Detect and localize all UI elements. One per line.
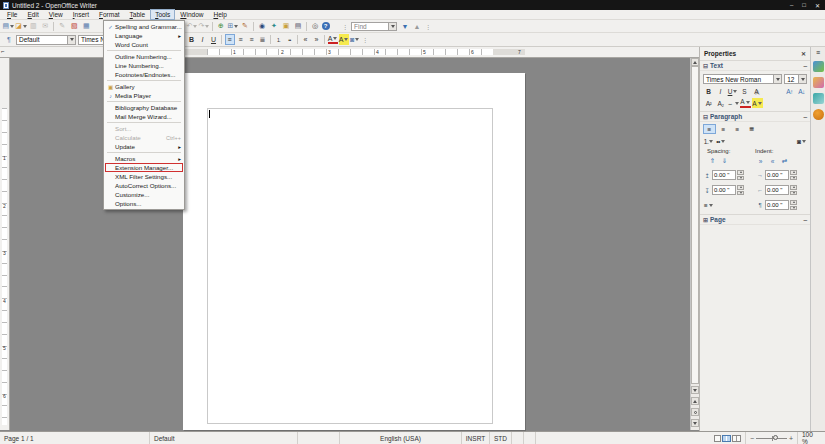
language-indicator[interactable]: English (USA) bbox=[340, 432, 462, 444]
menubar-tools[interactable]: Tools bbox=[150, 9, 175, 20]
menu-item-word-count[interactable]: Word Count bbox=[105, 40, 183, 49]
above-spacing-value[interactable]: 0.00 " bbox=[712, 170, 736, 180]
toolbar-overflow-icon[interactable]: ⋮ bbox=[362, 36, 367, 43]
properties-tab[interactable] bbox=[813, 61, 824, 72]
sb-numbered-list-button[interactable]: 1. bbox=[703, 136, 714, 146]
sb-superscript-button[interactable]: A² bbox=[703, 98, 714, 108]
zoom-out-button[interactable]: − bbox=[750, 435, 754, 442]
decrease-indent-button[interactable]: « bbox=[301, 34, 311, 45]
below-spacing-value[interactable]: 0.00 " bbox=[712, 185, 736, 195]
below-spacing-spinner[interactable]: ↧ 0.00 " bbox=[703, 185, 744, 195]
save-button[interactable]: ▥ bbox=[28, 21, 39, 32]
spinner-up-button[interactable] bbox=[790, 185, 797, 190]
draw-functions-button[interactable]: ✎ bbox=[240, 21, 251, 32]
underline-button[interactable]: U bbox=[209, 34, 219, 45]
sb-bullet-list-button[interactable]: •• bbox=[715, 136, 726, 146]
after-indent-value[interactable]: 0.00 " bbox=[765, 185, 789, 195]
line-spacing-control[interactable]: ≡ bbox=[703, 200, 714, 210]
menubar-view[interactable]: View bbox=[44, 9, 68, 20]
vertical-ruler[interactable]: 123456 bbox=[0, 58, 10, 430]
navigator-tab[interactable] bbox=[813, 93, 824, 104]
font-color-button[interactable]: A bbox=[328, 35, 338, 44]
open-button[interactable]: ◪ bbox=[15, 21, 27, 32]
menu-item-line-numbering[interactable]: Line Numbering... bbox=[105, 61, 183, 70]
spinner-up-button[interactable] bbox=[790, 200, 797, 205]
collapse-icon[interactable]: ⊟ bbox=[703, 113, 708, 120]
section-menu-icon[interactable]: ‒ bbox=[803, 216, 807, 223]
find-next-button[interactable]: ▼ bbox=[400, 21, 411, 32]
next-page-button[interactable] bbox=[691, 419, 699, 427]
undo-button[interactable]: ↶ bbox=[187, 21, 198, 32]
find-replace-button[interactable]: ◉ bbox=[257, 21, 268, 32]
find-previous-button[interactable]: ▲ bbox=[412, 21, 423, 32]
redo-button[interactable]: ↷ bbox=[199, 21, 210, 32]
sidebar-menu-icon[interactable]: ≡ bbox=[816, 49, 820, 56]
menu-item-calculate[interactable]: Calculate Ctrl++ bbox=[105, 133, 183, 142]
sb-character-spacing-button[interactable]: ⇔ bbox=[727, 98, 739, 108]
sidebar-font-name-select[interactable]: Times New Roman bbox=[703, 74, 782, 84]
help-button[interactable]: ? bbox=[322, 22, 330, 30]
edit-file-button[interactable]: ✎ bbox=[57, 21, 68, 32]
after-indent-spinner[interactable]: ← 0.00 " bbox=[756, 185, 797, 195]
sb-increase-indent-button[interactable]: » bbox=[755, 156, 766, 166]
sb-highlight-button[interactable]: A bbox=[752, 98, 763, 108]
menu-item-language[interactable]: Language ▸ bbox=[105, 31, 183, 40]
navigation-button[interactable] bbox=[691, 408, 699, 416]
above-spacing-spinner[interactable]: ↥ 0.00 " bbox=[703, 170, 744, 180]
data-sources-button[interactable]: ▤ bbox=[293, 21, 304, 32]
selection-mode-indicator[interactable]: STD bbox=[490, 432, 512, 444]
scroll-down-button[interactable] bbox=[691, 386, 699, 394]
sb-grow-font-button[interactable]: A↑ bbox=[784, 86, 795, 96]
sb-decrease-indent-button[interactable]: « bbox=[767, 156, 778, 166]
zoom-slider-track[interactable] bbox=[756, 438, 787, 439]
email-document-button[interactable]: ✉ bbox=[40, 21, 51, 32]
book-view-button[interactable] bbox=[732, 435, 741, 442]
first-line-indent-value[interactable]: 0.00 " bbox=[765, 200, 789, 210]
minimize-button[interactable]: – bbox=[790, 2, 793, 9]
insert-table-button[interactable]: ⊞ bbox=[228, 21, 239, 32]
paragraph-style-select[interactable]: Default bbox=[16, 35, 76, 45]
chevron-down-icon[interactable] bbox=[67, 36, 75, 44]
spinner-down-button[interactable] bbox=[790, 191, 797, 196]
justify-button[interactable]: ≣ bbox=[258, 34, 268, 45]
spinner-down-button[interactable] bbox=[790, 176, 797, 181]
styles-and-formatting-icon[interactable]: ¶ bbox=[4, 35, 14, 45]
align-right-button[interactable]: ≡ bbox=[247, 34, 257, 45]
scroll-up-button[interactable] bbox=[691, 58, 699, 66]
close-button[interactable]: ✕ bbox=[815, 2, 820, 9]
document-page[interactable] bbox=[183, 73, 525, 430]
new-document-button[interactable]: ▤ bbox=[3, 21, 15, 32]
sb-italic-button[interactable]: I bbox=[715, 86, 726, 96]
section-menu-icon[interactable]: ‒ bbox=[803, 62, 807, 69]
close-icon[interactable]: ✕ bbox=[801, 50, 806, 57]
page-style-indicator[interactable]: Default bbox=[150, 432, 298, 444]
gallery-tab[interactable] bbox=[813, 77, 824, 88]
italic-button[interactable]: I bbox=[198, 34, 208, 45]
spinner-up-button[interactable] bbox=[737, 185, 744, 190]
sb-shadow-button[interactable]: A bbox=[751, 86, 762, 96]
zoom-slider-thumb[interactable] bbox=[773, 435, 778, 440]
menu-item-update[interactable]: Update ▸ bbox=[105, 142, 183, 151]
increase-indent-button[interactable]: » bbox=[312, 34, 322, 45]
sb-bold-button[interactable]: B bbox=[703, 86, 714, 96]
sidebar-font-size-select[interactable]: 12 bbox=[784, 74, 807, 84]
menu-item-macros[interactable]: Macros ▸ bbox=[105, 154, 183, 163]
line-spacing-button[interactable]: ≡ bbox=[703, 200, 714, 210]
spinner-down-button[interactable] bbox=[737, 176, 744, 181]
align-left-button[interactable]: ≡ bbox=[225, 34, 235, 45]
menu-item-options[interactable]: Options... bbox=[105, 199, 183, 208]
sb-underline-button[interactable]: U bbox=[727, 86, 738, 96]
highlighting-button[interactable]: A bbox=[339, 34, 349, 45]
bold-button[interactable]: B bbox=[187, 34, 197, 45]
sb-paragraph-background-button[interactable]: ◙ bbox=[796, 136, 807, 146]
zoom-in-button[interactable]: + bbox=[789, 435, 793, 442]
sb-switch-indent-button[interactable]: ⇄ bbox=[779, 156, 790, 166]
toolbar-overflow-icon[interactable]: ⋮ bbox=[425, 23, 430, 30]
toolbar-overflow-icon[interactable]: ⋮ bbox=[342, 23, 347, 30]
spinner-up-button[interactable] bbox=[737, 170, 744, 175]
menu-item-xml-filter-settings[interactable]: XML Filter Settings... bbox=[105, 172, 183, 181]
zoom-percentage[interactable]: 100 % bbox=[798, 432, 825, 444]
find-input[interactable]: Find bbox=[351, 22, 397, 31]
align-center-button[interactable]: ≡ bbox=[236, 34, 246, 45]
chevron-down-icon[interactable] bbox=[388, 23, 396, 30]
